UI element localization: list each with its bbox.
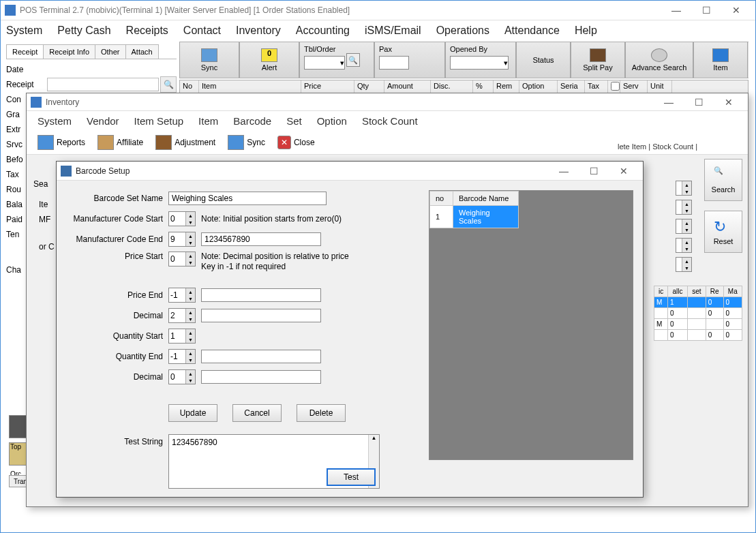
inv-top-links[interactable]: lete Item | Stock Count | <box>618 142 697 151</box>
cancel-button[interactable]: Cancel <box>232 404 282 422</box>
list-row-no[interactable]: 1 <box>430 206 453 228</box>
dlg-icon <box>61 166 72 177</box>
col-pct[interactable]: % <box>473 80 494 93</box>
receipt-search-icon[interactable]: 🔍 <box>160 76 177 93</box>
tblorder-combo[interactable]: ▾ <box>304 56 345 70</box>
inv-search-button[interactable]: 🔍Search <box>704 159 742 201</box>
list-head-no[interactable]: no <box>430 192 453 206</box>
menu-attendance[interactable]: Attendance <box>504 25 560 37</box>
mend-spinner[interactable]: 9▲▼ <box>168 232 196 247</box>
tb-sync[interactable]: Sync <box>179 42 239 78</box>
delete-button[interactable]: Delete <box>297 404 346 422</box>
menu-receipts[interactable]: Receipts <box>126 25 168 37</box>
inv-menu-set[interactable]: Set <box>286 115 302 127</box>
inv-menu-item[interactable]: Item <box>198 115 218 127</box>
inv-reports-button[interactable]: Reports <box>33 134 89 151</box>
inv-menu-system[interactable]: System <box>37 115 72 127</box>
menu-operations[interactable]: Operations <box>436 25 489 37</box>
tb-item[interactable]: Item <box>693 42 748 78</box>
dec1-spinner[interactable]: 2▲▼ <box>168 308 196 323</box>
col-option[interactable]: Option <box>519 80 558 93</box>
col-amount[interactable]: Amount <box>384 80 431 93</box>
inv-spin-3[interactable]: ▲▼ <box>676 219 692 234</box>
lbl-pstart: Price Start <box>66 252 168 261</box>
tb-splitpay[interactable]: Split Pay <box>571 42 625 78</box>
mcode-input[interactable] <box>201 232 321 246</box>
test-button[interactable]: Test <box>327 468 376 486</box>
tb-advsearch[interactable]: Advance Search <box>625 42 693 78</box>
pstart-spinner[interactable]: 0▲▼ <box>168 252 196 266</box>
qend-spinner[interactable]: -1▲▼ <box>168 349 196 364</box>
menu-accounting[interactable]: Accounting <box>296 25 350 37</box>
dlg-close-button[interactable]: ✕ <box>609 163 639 179</box>
inv-close-button[interactable]: ✕ <box>714 94 744 110</box>
up-icon[interactable]: ▲ <box>185 212 195 219</box>
col-unit[interactable]: Unit <box>648 80 672 93</box>
tblorder-search-icon[interactable]: 🔍 <box>346 53 360 67</box>
inv-adjustment-button[interactable]: Adjustment <box>151 134 220 151</box>
inv-menu-vendor[interactable]: Vendor <box>87 115 119 127</box>
main-titlebar: POS Terminal 2.7 (mobivic)(Terminal 1) [… <box>1 1 755 20</box>
inv-spin-5[interactable]: ▲▼ <box>676 257 692 272</box>
inv-menu-stock-count[interactable]: Stock Count <box>362 115 418 127</box>
col-serv[interactable]: Serv <box>620 80 648 93</box>
qend-extra-input[interactable] <box>201 350 321 363</box>
list-row-name[interactable]: Weighing Scales <box>453 206 519 228</box>
menu-system[interactable]: System <box>6 25 42 37</box>
inv-menu-option[interactable]: Option <box>317 115 347 127</box>
tab-attach[interactable]: Attach <box>125 44 159 59</box>
pax-input[interactable] <box>379 56 409 70</box>
menu-isms-email[interactable]: iSMS/Email <box>365 25 421 37</box>
col-no[interactable]: No <box>180 80 199 93</box>
maximize-button[interactable]: ☐ <box>691 2 721 18</box>
menu-help[interactable]: Help <box>575 25 597 37</box>
menu-petty-cash[interactable]: Petty Cash <box>57 25 110 37</box>
down-icon[interactable]: ▼ <box>185 219 195 226</box>
inv-reset-button[interactable]: ↻Reset <box>704 211 742 253</box>
inv-minimize-button[interactable]: — <box>654 94 684 110</box>
tb-status[interactable]: Status <box>516 42 571 78</box>
inv-spin-1[interactable]: ▲▼ <box>676 181 692 196</box>
tab-receipt[interactable]: Receipt <box>6 44 44 59</box>
dec2-spinner[interactable]: 0▲▼ <box>168 369 196 384</box>
close-button[interactable]: ✕ <box>721 2 751 18</box>
mstart-spinner[interactable]: 0▲▼ <box>168 211 196 226</box>
pend-extra-input[interactable] <box>201 288 321 302</box>
tax-checkbox[interactable] <box>611 82 620 91</box>
col-seria[interactable]: Seria <box>558 80 585 93</box>
col-item[interactable]: Item <box>199 80 301 93</box>
menu-contact[interactable]: Contact <box>183 25 221 37</box>
col-qty[interactable]: Qty <box>354 80 384 93</box>
inv-spin-4[interactable]: ▲▼ <box>676 238 692 253</box>
inv-maximize-button[interactable]: ☐ <box>684 94 714 110</box>
dec1-extra-input[interactable] <box>201 309 321 322</box>
inv-affiliate-button[interactable]: Affiliate <box>93 134 147 151</box>
col-chk[interactable] <box>608 80 620 93</box>
receipt-input[interactable] <box>47 78 159 91</box>
update-button[interactable]: Update <box>168 404 217 422</box>
barcode-setup-dialog: Barcode Setup — ☐ ✕ Barcode Set Name Man… <box>56 161 644 498</box>
openedby-combo[interactable]: ▾ <box>450 56 509 70</box>
inv-menu-barcode[interactable]: Barcode <box>233 115 271 127</box>
col-tax[interactable]: Tax <box>585 80 608 93</box>
set-name-input[interactable] <box>168 192 327 205</box>
minimize-button[interactable]: — <box>661 2 691 18</box>
qstart-spinner[interactable]: 1▲▼ <box>168 329 196 344</box>
inv-sync-button[interactable]: Sync <box>224 134 269 151</box>
dlg-maximize-button[interactable]: ☐ <box>579 163 609 179</box>
tb-alert[interactable]: 0Alert <box>239 42 299 78</box>
inv-ite: Ite <box>39 200 48 209</box>
dec2-extra-input[interactable] <box>201 370 321 384</box>
inv-close-tb-button[interactable]: ✕Close <box>273 134 319 151</box>
dlg-minimize-button[interactable]: — <box>549 163 579 179</box>
pend-spinner[interactable]: -1▲▼ <box>168 288 196 303</box>
inv-spin-2[interactable]: ▲▼ <box>676 200 692 215</box>
tab-receipt-info[interactable]: Receipt Info <box>43 44 95 59</box>
col-disc[interactable]: Disc. <box>431 80 473 93</box>
tab-other[interactable]: Other <box>95 44 126 59</box>
col-price[interactable]: Price <box>301 80 354 93</box>
menu-inventory[interactable]: Inventory <box>236 25 281 37</box>
list-head-name[interactable]: Barcode Name <box>453 192 519 206</box>
col-rem[interactable]: Rem <box>494 80 519 93</box>
inv-menu-item-setup[interactable]: Item Setup <box>134 115 184 127</box>
